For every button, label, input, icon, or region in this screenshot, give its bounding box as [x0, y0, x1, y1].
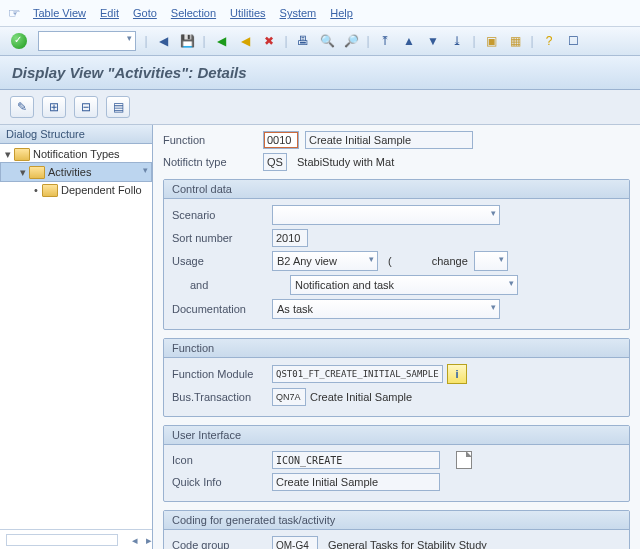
- scenario-select[interactable]: [272, 205, 500, 225]
- expand-button[interactable]: ⊞: [42, 96, 66, 118]
- usage-select[interactable]: B2 Any view: [272, 251, 378, 271]
- function-module-label: Function Module: [172, 368, 272, 380]
- scroll-right-button[interactable]: ▸: [146, 534, 152, 547]
- standard-toolbar: | ◀ 💾 | ◀ ◀ ✖ | 🖶 🔍 🔎 | ⤒ ▲ ▼ ⤓ | ▣ ▦ | …: [0, 27, 640, 56]
- menu-tableview[interactable]: Table View: [33, 7, 86, 19]
- back-button[interactable]: ◀: [152, 30, 174, 52]
- group-control-data: Control data Scenario Sort number 2010 U…: [163, 179, 630, 330]
- app-menu-icon[interactable]: ☞: [8, 5, 21, 21]
- folder-icon: [42, 184, 58, 197]
- document-icon[interactable]: [456, 451, 472, 469]
- sort-number-field[interactable]: 2010: [272, 229, 308, 247]
- usage-label: Usage: [172, 255, 272, 267]
- sort-number-label: Sort number: [172, 232, 272, 244]
- group-function: Function Function Module QST01_FT_CREATE…: [163, 338, 630, 417]
- tree-body: ▾ Notification Types ▾ Activities • Depe…: [0, 144, 152, 529]
- details-form: Function 0010 Create Initial Sample Noti…: [153, 125, 640, 549]
- bus-transaction-desc: Create Initial Sample: [310, 391, 412, 403]
- group-coding: Coding for generated task/activity Code …: [163, 510, 630, 549]
- find-button[interactable]: 🔍: [316, 30, 338, 52]
- function-label: Function: [163, 134, 263, 146]
- and-select[interactable]: Notification and task: [290, 275, 518, 295]
- tree-header: Dialog Structure: [0, 125, 152, 144]
- code-group-field[interactable]: QM-G4: [272, 536, 318, 549]
- quick-info-field[interactable]: Create Initial Sample: [272, 473, 440, 491]
- documentation-select[interactable]: As task: [272, 299, 500, 319]
- menubar: ☞ Table View Edit Goto Selection Utiliti…: [0, 0, 640, 27]
- icon-field[interactable]: ICON_CREATE: [272, 451, 440, 469]
- notifictn-type-code-field: QS: [263, 153, 287, 171]
- bus-transaction-label: Bus.Transaction: [172, 391, 272, 403]
- tree-label: Dependent Follo: [61, 184, 142, 196]
- menu-edit[interactable]: Edit: [100, 7, 119, 19]
- group-user-interface: User Interface Icon ICON_CREATE Quick In…: [163, 425, 630, 502]
- notifictn-type-label: Notifictn type: [163, 156, 263, 168]
- page-title: Display View "Activities": Details: [0, 56, 640, 90]
- enter-button[interactable]: [8, 30, 30, 52]
- documentation-label: Documentation: [172, 303, 272, 315]
- menu-selection[interactable]: Selection: [171, 7, 216, 19]
- scenario-label: Scenario: [172, 209, 272, 221]
- application-toolbar: ✎ ⊞ ⊟ ▤: [0, 90, 640, 125]
- menu-utilities[interactable]: Utilities: [230, 7, 265, 19]
- prev-page-button[interactable]: ▲: [398, 30, 420, 52]
- folder-icon: [14, 148, 30, 161]
- menu-help[interactable]: Help: [330, 7, 353, 19]
- tree-scroll-controls: ◂ ▸: [0, 529, 152, 549]
- command-field[interactable]: [38, 31, 136, 51]
- layout-button[interactable]: ☐: [562, 30, 584, 52]
- find-next-button[interactable]: 🔎: [340, 30, 362, 52]
- tree-label: Activities: [48, 166, 91, 178]
- tree-label: Notification Types: [33, 148, 120, 160]
- menu-system[interactable]: System: [280, 7, 317, 19]
- quick-info-label: Quick Info: [172, 476, 272, 488]
- bus-transaction-code-field[interactable]: QN7A: [272, 388, 306, 406]
- tree-twisty-icon[interactable]: ▾: [2, 148, 14, 161]
- back-green-button[interactable]: ◀: [210, 30, 232, 52]
- and-label: and: [172, 279, 290, 291]
- tree-node-dependent-follow[interactable]: • Dependent Follo: [0, 182, 152, 198]
- group-header: User Interface: [164, 426, 629, 445]
- group-header: Control data: [164, 180, 629, 199]
- tree-node-activities[interactable]: ▾ Activities: [0, 162, 152, 182]
- notifictn-type-desc: StabiStudy with Mat: [297, 156, 394, 168]
- code-group-desc: General Tasks for Stability Study: [328, 539, 487, 549]
- function-module-field[interactable]: QST01_FT_CREATE_INITIAL_SAMPLE: [272, 365, 443, 383]
- exit-button[interactable]: ◀: [234, 30, 256, 52]
- next-page-button[interactable]: ▼: [422, 30, 444, 52]
- last-page-button[interactable]: ⤓: [446, 30, 468, 52]
- folder-icon: [29, 166, 45, 179]
- shortcut-button[interactable]: ▦: [504, 30, 526, 52]
- scroll-left-button[interactable]: ◂: [132, 534, 138, 547]
- tree-bullet-icon: •: [30, 184, 42, 196]
- function-code-field[interactable]: 0010: [263, 131, 299, 149]
- toggle-edit-button[interactable]: ✎: [10, 96, 34, 118]
- info-button[interactable]: i: [447, 364, 467, 384]
- print-button[interactable]: 🖶: [292, 30, 314, 52]
- tree-node-notification-types[interactable]: ▾ Notification Types: [0, 146, 152, 162]
- dialog-structure-tree: Dialog Structure ▾ Notification Types ▾ …: [0, 125, 153, 549]
- code-group-label: Code group: [172, 539, 272, 549]
- change-paren: (: [388, 255, 392, 267]
- group-header: Function: [164, 339, 629, 358]
- function-desc-field: Create Initial Sample: [305, 131, 473, 149]
- change-label: change: [432, 255, 468, 267]
- check-icon: [11, 33, 27, 49]
- icon-label: Icon: [172, 454, 272, 466]
- first-page-button[interactable]: ⤒: [374, 30, 396, 52]
- change-select[interactable]: [474, 251, 508, 271]
- cancel-button[interactable]: ✖: [258, 30, 280, 52]
- save-button[interactable]: 💾: [176, 30, 198, 52]
- new-session-button[interactable]: ▣: [480, 30, 502, 52]
- group-header: Coding for generated task/activity: [164, 511, 629, 530]
- table-view-button[interactable]: ▤: [106, 96, 130, 118]
- content: Dialog Structure ▾ Notification Types ▾ …: [0, 125, 640, 549]
- tree-twisty-icon[interactable]: ▾: [17, 166, 29, 179]
- menu-goto[interactable]: Goto: [133, 7, 157, 19]
- help-button[interactable]: ?: [538, 30, 560, 52]
- collapse-button[interactable]: ⊟: [74, 96, 98, 118]
